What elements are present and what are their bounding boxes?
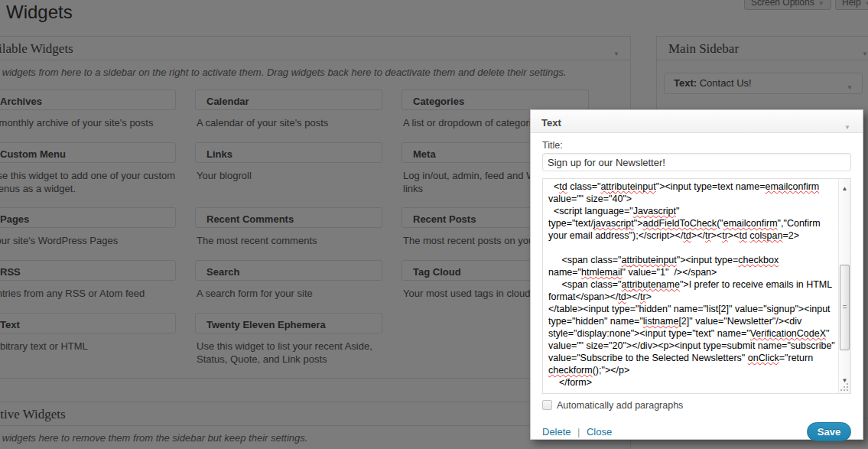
text-widget-editor: Text Title: <td class="attributeinput"><… [530, 109, 863, 440]
autop-row: Automatically add paragraphs [542, 399, 851, 412]
save-button[interactable]: Save [807, 422, 851, 441]
delete-link[interactable]: Delete [542, 426, 571, 438]
chevron-down-icon[interactable] [844, 119, 850, 132]
text-widget-editor-title: Text [541, 117, 561, 129]
widgets-admin-screen: Widgets Screen Options Help Available Wi… [0, 0, 868, 449]
scroll-up-icon[interactable] [839, 180, 850, 190]
text-widget-editor-body: Title: <td class="attributeinput"><input… [531, 133, 863, 441]
resize-grip-icon[interactable] [847, 389, 848, 391]
links-separator: | [577, 426, 580, 438]
text-widget-editor-footer: Delete | Close Save [542, 421, 851, 441]
text-widget-editor-header[interactable]: Text [531, 110, 863, 133]
autop-label: Automatically add paragraphs [557, 400, 683, 411]
widget-title-label: Title: [542, 140, 851, 151]
scroll-down-icon[interactable] [839, 372, 850, 382]
scrollbar-grip-icon [843, 305, 847, 310]
scrollbar[interactable] [838, 179, 850, 393]
widget-text-area[interactable]: <td class="attributeinput"><input type=t… [542, 178, 851, 394]
scrollbar-thumb[interactable] [840, 265, 850, 350]
widget-title-input[interactable] [542, 153, 851, 171]
autop-checkbox[interactable] [542, 400, 552, 410]
widget-text-content[interactable]: <td class="attributeinput"><input type=t… [543, 179, 838, 393]
close-link[interactable]: Close [587, 426, 612, 438]
